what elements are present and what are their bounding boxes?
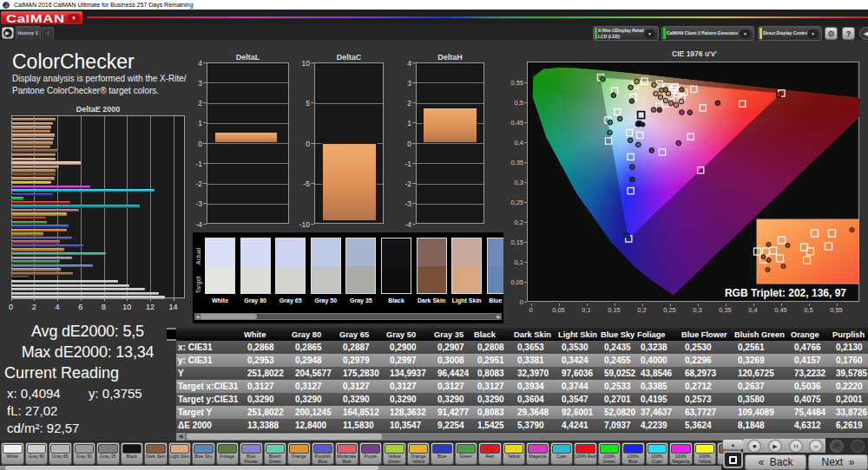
svg-text:RGB Triplet: 202, 136, 97: RGB Triplet: 202, 136, 97	[724, 287, 845, 299]
